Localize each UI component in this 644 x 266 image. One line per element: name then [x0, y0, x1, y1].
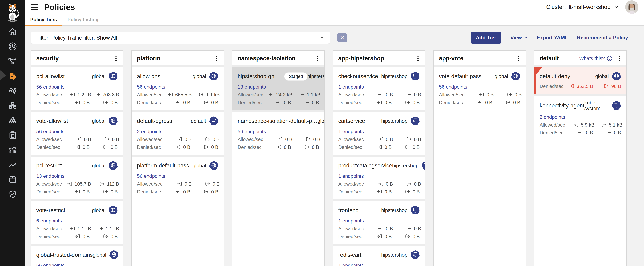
sidebar-item-threat-trends[interactable]: [0, 157, 25, 172]
dashboard-gauge-icon: [8, 42, 18, 51]
tier-menu-kebab-icon[interactable]: [215, 55, 218, 62]
policy-name: default-egress: [137, 118, 172, 124]
tier-menu-kebab-icon[interactable]: [316, 55, 319, 62]
scope-label: global: [192, 163, 206, 168]
policy-card-vote-allowlist[interactable]: vote-allowlistglobal56 endpointsAllowed/…: [31, 110, 123, 155]
hamburger-menu-icon[interactable]: [31, 3, 38, 12]
tier-column-app-vote: app-votevote-default-passglobal56 endpoi…: [434, 50, 526, 266]
tab-policy-tiers[interactable]: Policy Tiers: [25, 14, 62, 25]
sidebar-item-network-topology[interactable]: [0, 98, 25, 113]
clear-filter-button[interactable]: ✕: [337, 33, 347, 42]
tier-menu-kebab-icon[interactable]: [618, 55, 621, 62]
sidebar-item-policies[interactable]: [0, 69, 25, 84]
policy-card-cartservice[interactable]: cartservicehipstershopns1 endpointsAllow…: [333, 110, 425, 155]
policy-name-row: cartservicehipstershopns: [338, 116, 420, 126]
endpoints-link[interactable]: 6 endpoints: [36, 218, 62, 224]
sidebar-menu: [0, 24, 25, 202]
policy-name: redis-cart: [338, 252, 362, 258]
policy-card-default-deny[interactable]: default-denyglobalDenied/sec353.5 B96 B: [534, 66, 626, 94]
policy-card-redis-cart[interactable]: redis-carthipstershopns1 endpointsAllowe…: [333, 244, 425, 266]
policy-card-frontend[interactable]: frontendhipstershopns1 endpointsAllowed/…: [333, 199, 425, 244]
ingress-value: 0 B: [183, 144, 190, 150]
stat-row: Allowed/sec665.5 B1.1 kB: [137, 92, 218, 98]
egress-value: 0 B: [212, 137, 220, 142]
policy-card-allow-dns[interactable]: allow-dnsglobal56 endpointsAllowed/sec66…: [132, 66, 224, 110]
tier-menu-kebab-icon[interactable]: [114, 55, 118, 62]
policy-card-platform-default-pass[interactable]: platform-default-passglobal56 endpointsA…: [132, 155, 224, 199]
endpoints-link[interactable]: 1 endpoints: [338, 262, 364, 266]
tier-header: defaultWhats this??: [534, 51, 626, 66]
policy-name: vote-default-pass: [439, 73, 482, 80]
tab-policy-listing[interactable]: Policy Listing: [62, 14, 104, 25]
sidebar-item-flow-visualizations[interactable]: [0, 54, 25, 69]
endpoints-link[interactable]: 56 endpoints: [238, 129, 266, 134]
policy-card-checkoutservice[interactable]: checkoutservicehipstershopns1 endpointsA…: [333, 66, 425, 110]
sidebar-item-dashboard-gauge[interactable]: [0, 39, 25, 54]
ingress-value: 24.2 kB: [276, 92, 292, 98]
svg-text:ns: ns: [414, 122, 416, 124]
stat-label: Allowed/sec: [439, 92, 464, 98]
namespace-scope-icon: ns: [422, 161, 425, 170]
policy-name: konnectivity-agent: [540, 102, 584, 109]
egress-icon: [95, 92, 101, 98]
sidebar-item-threat-defense-shield[interactable]: [0, 187, 25, 202]
sidebar-item-home[interactable]: [0, 24, 25, 39]
tier-menu-kebab-icon[interactable]: [416, 55, 420, 62]
whats-this-link[interactable]: Whats this??: [579, 56, 612, 61]
tier-header: platform: [132, 51, 224, 66]
policy-card-default-egress[interactable]: default-egressdefaultns2 endpointsAllowe…: [132, 110, 224, 155]
sidebar-item-activity-dashboard[interactable]: [0, 142, 25, 157]
endpoints-link[interactable]: 2 endpoints: [540, 114, 565, 120]
user-avatar[interactable]: [625, 0, 638, 14]
endpoints-link[interactable]: 13 endpoints: [36, 173, 64, 179]
endpoints-link[interactable]: 56 endpoints: [36, 84, 64, 90]
policy-card-namespace-isolation-default-p[interactable]: namespace-isolation-default-p…global56 e…: [232, 110, 324, 155]
endpoints-link[interactable]: 56 endpoints: [137, 173, 165, 179]
policy-card-vote-default-pass[interactable]: vote-default-passglobal56 endpointsAllow…: [434, 66, 526, 110]
policy-card-pci-allowlist[interactable]: pci-allowlistglobal56 endpointsAllowed/s…: [31, 66, 123, 110]
endpoints-link[interactable]: 56 endpoints: [36, 262, 64, 266]
endpoints-link[interactable]: 56 endpoints: [36, 129, 64, 134]
sidebar-item-endpoints-cluster[interactable]: [0, 113, 25, 128]
calico-cat-logo[interactable]: [0, 0, 25, 24]
policy-card-vote-restrict[interactable]: vote-restrictglobal6 endpointsAllowed/se…: [31, 199, 123, 244]
ingress-value: 0 B: [386, 92, 393, 98]
endpoints-link[interactable]: 1 endpoints: [338, 129, 364, 134]
policy-card-productcatalogservice[interactable]: productcatalogservicehipstershopns1 endp…: [333, 155, 425, 199]
stat-label: Denied/sec: [36, 189, 60, 195]
stat-label: Denied/sec: [137, 100, 161, 106]
tier-title: platform: [137, 55, 160, 62]
recommend-policy-button[interactable]: Recommend a Policy: [577, 35, 628, 41]
view-dropdown-button[interactable]: View: [510, 35, 528, 41]
namespace-scope-icon: ns: [410, 250, 420, 260]
endpoints-link[interactable]: 56 endpoints: [439, 84, 467, 90]
endpoints-link[interactable]: 2 endpoints: [137, 129, 162, 134]
endpoints-link[interactable]: 1 endpoints: [338, 218, 364, 224]
policy-name: pci-restrict: [36, 162, 62, 169]
sidebar-item-service-graph[interactable]: [0, 84, 25, 98]
cluster-selector[interactable]: Cluster: jlt-msft-workshop: [546, 4, 618, 10]
endpoints-link[interactable]: 56 endpoints: [137, 84, 165, 90]
ingress-icon: [378, 226, 384, 231]
policy-name: vote-restrict: [36, 207, 65, 214]
endpoints-link[interactable]: 1 endpoints: [338, 84, 364, 90]
tier-menu-kebab-icon[interactable]: [517, 55, 520, 62]
namespace-scope-icon: ns: [612, 101, 621, 110]
export-yaml-button[interactable]: Export YAML: [537, 35, 568, 41]
policy-traffic-filter-select[interactable]: Filter: Policy Traffic filter: Show All: [31, 32, 330, 44]
add-tier-button[interactable]: Add Tier: [470, 32, 502, 44]
egress-icon: [406, 137, 412, 142]
endpoints-link[interactable]: 1 endpoints: [338, 173, 364, 179]
policy-card-pci-restrict[interactable]: pci-restrictglobal13 endpointsAllowed/se…: [31, 155, 123, 199]
sidebar-item-compliance-reports[interactable]: [0, 128, 25, 142]
endpoints-link[interactable]: 13 endpoints: [238, 84, 266, 90]
policy-card-hipstershop-gh[interactable]: hipstershop-gh…Stagedhipstershopns13 end…: [232, 66, 324, 110]
stat-label: Denied/sec: [540, 130, 564, 136]
policy-scope: global: [92, 116, 118, 126]
tier-title: security: [36, 55, 59, 62]
policy-card-konnectivity-agent[interactable]: konnectivity-agentkube-systemns2 endpoin…: [534, 94, 626, 140]
stat-row: Denied/sec0 B0 B: [238, 100, 319, 106]
sidebar-item-image-assurance[interactable]: [0, 172, 25, 187]
policy-name: platform-default-pass: [137, 162, 189, 169]
policy-card-global-trusted-domains[interactable]: global-trusted-domainsglobal56 endpoints…: [31, 244, 123, 266]
